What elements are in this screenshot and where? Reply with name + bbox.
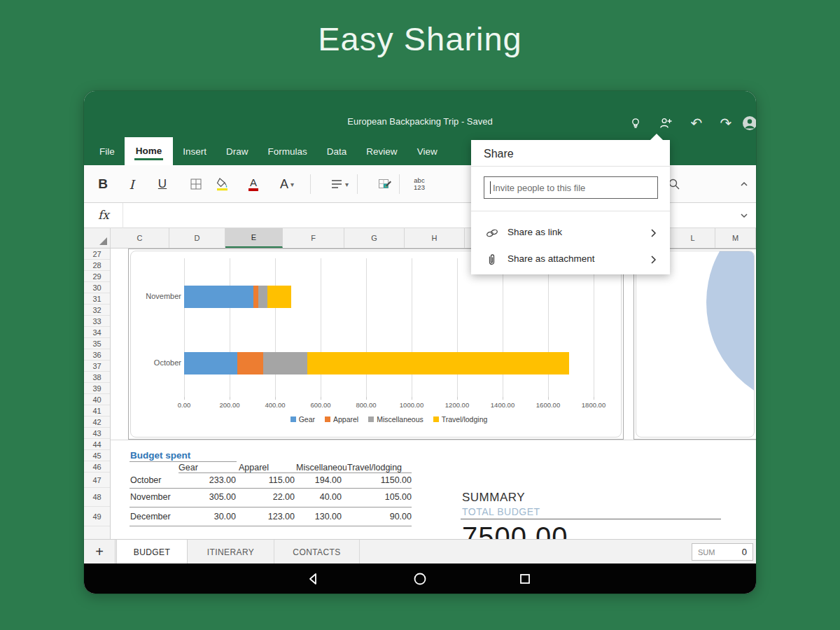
divider [178,472,412,473]
ribbon-tab-home[interactable]: Home [125,137,174,165]
share-contact-icon[interactable] [657,114,675,132]
budget-cell-value: 1150.00 [353,475,412,485]
ribbon-tab-data[interactable]: Data [317,137,357,165]
row-header-30[interactable]: 30 [84,282,110,293]
font-color-icon[interactable]: A [239,171,267,197]
cell-style-icon[interactable] [371,171,399,197]
row-header-41[interactable]: 41 [84,405,110,416]
row-header-33[interactable]: 33 [84,316,110,327]
share-as-link-item[interactable]: Share as link [471,220,670,246]
column-header-e[interactable]: E [225,228,283,248]
link-icon [485,226,499,243]
collapse-ribbon-icon[interactable] [730,171,756,197]
divider [130,461,237,462]
budget-cell-value: 130.00 [283,512,342,522]
row-header-45[interactable]: 45 [84,450,110,461]
back-icon[interactable] [306,571,321,587]
number-format-icon[interactable]: abc123 [405,171,433,197]
column-header-f[interactable]: F [283,228,344,248]
lightbulb-icon[interactable] [626,114,645,132]
popup-caret [650,134,663,140]
invite-people-input[interactable] [484,176,658,199]
bar-segment-gear [184,352,237,374]
row-header-48[interactable]: 48 [84,488,110,507]
borders-icon[interactable] [182,171,210,197]
spreadsheet-area[interactable]: 2728293031323334353637383940414243444546… [84,248,756,539]
home-icon[interactable] [412,571,428,587]
ribbon-tab-review[interactable]: Review [356,137,407,165]
legend-item: Apparel [325,415,358,424]
budget-row-label: November [130,492,171,502]
add-sheet-button[interactable]: + [84,540,115,564]
ribbon-tab-view[interactable]: View [407,137,447,165]
ribbon-tab-draw[interactable]: Draw [216,137,258,165]
divider [471,166,670,167]
italic-button[interactable]: I [118,171,146,197]
legend-item: Miscellaneous [368,415,424,424]
expand-formula-bar-icon[interactable] [730,206,756,225]
budget-cell-value: 233.00 [177,475,236,485]
sheet-tab-budget[interactable]: BUDGET [116,540,188,564]
column-header-h[interactable]: H [405,228,465,248]
ribbon-tab-insert[interactable]: Insert [173,137,216,165]
budget-row-label: October [130,475,161,485]
total-budget-value: 7500.00 [462,522,568,539]
budget-col-header: Travel/lodging [347,463,402,472]
row-header-37[interactable]: 37 [84,360,110,372]
ribbon-tab-file[interactable]: File [90,137,125,165]
pie-chart-object[interactable] [634,248,756,440]
budget-cell-value: 194.00 [283,475,342,485]
row-header-36[interactable]: 36 [84,349,110,360]
axis-tick [275,397,276,400]
sheet-tab-contacts[interactable]: CONTACTS [274,540,360,564]
row-header-40[interactable]: 40 [84,394,110,405]
row-header-49[interactable]: 49 [84,507,110,526]
row-header-43[interactable]: 43 [84,428,110,439]
row-header-31[interactable]: 31 [84,293,110,304]
budget-col-header: Miscellaneou [296,463,346,472]
status-sum-indicator[interactable]: SUM 0 [692,543,753,561]
bar-segment-travellodging [307,352,569,374]
bar-segment-miscellaneous [263,352,307,374]
alignment-icon[interactable]: ▾ [323,171,356,197]
select-all-button[interactable] [84,228,111,248]
row-header-34[interactable]: 34 [84,327,110,338]
legend-item: Gear [290,415,315,424]
column-header-c[interactable]: C [111,228,169,248]
page-title: Easy Sharing [0,20,840,58]
text-caret [490,181,491,194]
bar-chart-object[interactable]: 0.00200.00400.00600.00800.001000.001200.… [128,248,624,440]
divider [471,211,670,211]
row-header-39[interactable]: 39 [84,383,110,394]
x-tick-label: 1400.00 [485,401,520,409]
legend-swatch [290,416,296,422]
recents-icon[interactable] [517,571,533,587]
share-as-attachment-item[interactable]: Share as attachment [471,246,670,273]
column-header-l[interactable]: L [671,228,715,248]
row-header-27[interactable]: 27 [84,248,110,260]
row-header-44[interactable]: 44 [84,439,110,450]
redo-icon[interactable]: ↷ [717,114,735,132]
row-header-29[interactable]: 29 [84,271,110,282]
column-header-d[interactable]: D [169,228,225,248]
fill-color-icon[interactable] [209,171,237,197]
row-header-column: 2728293031323334353637383940414243444546… [84,248,111,539]
undo-icon[interactable]: ↶ [687,114,706,132]
budget-cell-value: 105.00 [353,492,412,502]
row-header-47[interactable]: 47 [84,472,110,488]
sheet-tab-itinerary[interactable]: ITINERARY [188,540,274,564]
row-header-35[interactable]: 35 [84,338,110,349]
row-header-28[interactable]: 28 [84,260,110,271]
bold-button[interactable]: B [89,171,117,197]
row-header-46[interactable]: 46 [84,461,110,472]
bar-segment-miscellaneous [258,286,267,308]
row-header-32[interactable]: 32 [84,304,110,316]
column-header-g[interactable]: G [344,228,405,248]
row-header-38[interactable]: 38 [84,372,110,383]
font-size-button[interactable]: A▾ [270,171,304,197]
account-icon[interactable] [741,114,756,132]
row-header-42[interactable]: 42 [84,416,110,428]
ribbon-tab-formulas[interactable]: Formulas [258,137,317,165]
underline-button[interactable]: U [148,171,176,197]
column-header-m[interactable]: M [715,228,756,248]
